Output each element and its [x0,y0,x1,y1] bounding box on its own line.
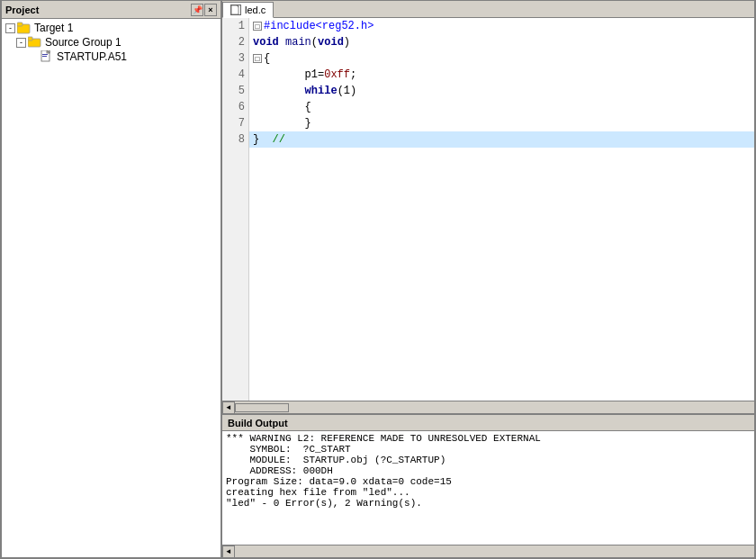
svg-rect-3 [28,37,32,41]
code-line-5: while(1) [249,83,754,99]
project-panel: Project 📌 × - Target 1 - [2,1,222,557]
code-text-3: { [264,52,270,65]
editor-scrollbar[interactable]: ◄ [222,401,754,413]
tree-label-source-group: Source Group 1 [45,36,122,49]
code-text-6: { [253,101,311,113]
project-tree: - Target 1 - Source Gro [2,19,220,557]
tab-bar: led.c [222,1,754,18]
code-line-6: { [249,99,754,115]
fold-icon-3[interactable]: □ [253,54,262,63]
scrollbar-thumb[interactable] [235,403,289,412]
build-scroll-left-btn[interactable]: ◄ [222,545,235,558]
fold-icon-1[interactable]: □ [253,22,262,31]
build-output-content[interactable]: *** WARNING L2: REFERENCE MADE TO UNRESO… [222,431,754,545]
code-line-8: } // [249,131,754,148]
expand-icon-target1[interactable]: - [5,23,15,33]
code-line-1: □#include<reg52.h> [249,18,754,34]
target-icon [17,22,32,34]
tab-file-icon [230,5,241,15]
line-num-7: 7 [222,115,248,131]
build-scrollbar-track[interactable] [235,546,754,557]
svg-rect-1 [17,23,22,26]
line-num-4: 4 [222,67,248,83]
line-num-2: 2 [222,34,248,50]
code-text-1: #include<reg52.h> [264,20,374,32]
line-num-5: 5 [222,83,248,99]
line-num-3: 3 [222,50,248,67]
project-panel-title: Project 📌 × [2,1,220,19]
code-text-4: p1=0xff; [253,68,356,81]
line-num-6: 6 [222,99,248,115]
tree-item-source-group[interactable]: - Source Group 1 [2,35,220,50]
panel-pin-btn[interactable]: 📌 [191,4,203,16]
scrollbar-left-btn[interactable]: ◄ [222,401,235,414]
tree-label-startup: STARTUP.A51 [57,50,127,63]
svg-rect-8 [42,56,47,57]
code-text-8: } // [253,133,292,146]
code-line-4: p1=0xff; [249,67,754,83]
editor-panel: led.c 1 2 3 4 5 6 7 8 □#inclu [222,1,754,557]
code-text-2: void main(void) [253,36,350,49]
line-num-8: 8 [222,131,248,148]
project-panel-label: Project [5,5,39,15]
editor-area[interactable]: 1 2 3 4 5 6 7 8 □#include<reg52.h> [222,18,754,401]
tab-led-c[interactable]: led.c [222,2,274,18]
source-group-icon [28,36,42,49]
code-text-7: } [253,117,311,130]
code-line-2: void main(void) [249,34,754,50]
code-line-3: □{ [249,50,754,67]
line-numbers: 1 2 3 4 5 6 7 8 [222,18,249,401]
build-output-title: Build Output [222,415,754,431]
tree-label-target1: Target 1 [34,22,73,34]
tab-label-led-c: led.c [245,5,266,15]
scrollbar-track[interactable] [235,402,754,413]
line-num-1: 1 [222,18,248,34]
tree-item-target1[interactable]: - Target 1 [2,21,220,35]
svg-rect-7 [42,54,48,55]
code-text-5: while(1) [253,85,356,97]
build-scrollbar[interactable]: ◄ [222,545,754,557]
expand-icon-source-group[interactable]: - [16,38,26,48]
code-line-7: } [249,115,754,131]
tree-item-startup[interactable]: STARTUP.A51 [2,50,220,64]
file-asm-icon [40,50,54,63]
build-output-panel: Build Output *** WARNING L2: REFERENCE M… [222,413,754,557]
code-content[interactable]: □#include<reg52.h> void main(void) □{ p1… [249,18,754,401]
panel-close-btn[interactable]: × [204,4,217,16]
svg-rect-9 [231,5,238,14]
build-output-label: Build Output [228,418,288,428]
panel-controls: 📌 × [191,4,217,16]
